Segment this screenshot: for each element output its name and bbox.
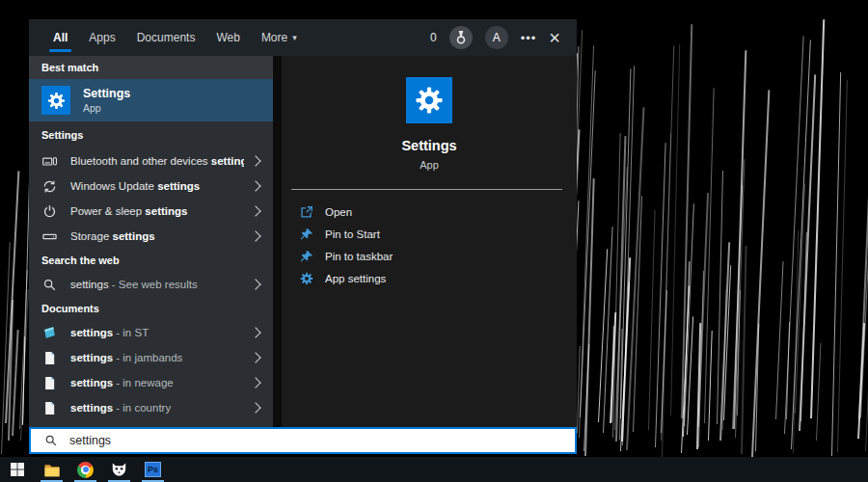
chevron-right-icon — [250, 402, 260, 413]
close-icon[interactable]: × — [549, 28, 560, 47]
action-pin-to-start[interactable]: Pin to Start — [282, 223, 577, 245]
taskbar-app-fox-browser[interactable] — [102, 457, 136, 482]
best-match-subtitle: App — [83, 102, 130, 115]
open-icon — [300, 205, 313, 219]
chevron-right-icon — [250, 279, 260, 289]
file-explorer-icon — [43, 463, 61, 477]
preview-app-subtitle: App — [282, 159, 577, 171]
result-document-st[interactable]: settings - in ST — [29, 320, 273, 345]
windows-logo-icon — [11, 463, 24, 476]
result-document-jambands[interactable]: settings - in jambands — [29, 345, 273, 370]
search-results-area: Best match Settings App Settings Bluetoo… — [29, 56, 577, 427]
result-windows-update-settings[interactable]: Windows Update settings — [29, 174, 273, 199]
document-icon — [41, 375, 57, 390]
chevron-right-icon — [250, 155, 260, 166]
search-icon — [44, 434, 58, 447]
chevron-right-icon — [250, 180, 260, 191]
document-icon — [41, 400, 57, 415]
tab-all[interactable]: All — [42, 19, 78, 56]
settings-section-header: Settings — [29, 121, 273, 148]
rewards-medal-icon[interactable] — [449, 26, 473, 49]
best-match-header: Best match — [29, 56, 273, 79]
tab-more[interactable]: More ▾ — [251, 19, 308, 56]
gear-icon — [300, 272, 313, 285]
tab-documents[interactable]: Documents — [126, 19, 206, 56]
search-icon — [41, 277, 57, 292]
result-web-search[interactable]: settings - See web results — [29, 272, 273, 297]
rewards-count: 0 — [430, 31, 437, 44]
tab-apps[interactable]: Apps — [78, 19, 125, 56]
best-match-title: Settings — [83, 87, 130, 100]
taskbar-app-file-explorer[interactable] — [35, 457, 68, 482]
tab-web[interactable]: Web — [205, 19, 250, 56]
search-tab-bar: All Apps Documents Web More ▾ 0 A ••• × — [29, 19, 577, 56]
action-app-settings[interactable]: App settings — [282, 267, 577, 289]
taskbar-app-photoshop[interactable]: Ps — [136, 457, 170, 482]
result-document-country[interactable]: settings - in country — [29, 395, 273, 420]
photoshop-icon: Ps — [145, 462, 161, 477]
topbar-right-cluster: 0 A ••• × — [430, 26, 577, 49]
web-section-header: Search the web — [29, 249, 273, 272]
fox-browser-icon — [111, 462, 127, 478]
result-storage-settings[interactable]: Storage settings — [29, 224, 273, 249]
more-options-icon[interactable]: ••• — [521, 31, 537, 45]
settings-gear-icon — [41, 86, 70, 115]
taskbar-app-chrome[interactable] — [68, 457, 102, 482]
chevron-right-icon — [250, 205, 260, 216]
preview-panel: Settings App Open Pin to Start Pin to ta… — [282, 56, 577, 427]
update-icon — [41, 178, 57, 194]
storage-icon — [41, 228, 57, 244]
results-list-panel: Best match Settings App Settings Bluetoo… — [29, 56, 273, 427]
pin-icon — [300, 228, 313, 241]
chevron-right-icon — [250, 327, 260, 337]
documents-section-header: Documents — [29, 297, 273, 320]
note-icon — [41, 325, 57, 340]
account-avatar[interactable]: A — [485, 26, 508, 49]
taskbar-search-box — [29, 427, 577, 454]
chevron-right-icon — [250, 377, 260, 388]
result-power-sleep-settings[interactable]: Power & sleep settings — [29, 199, 273, 224]
action-pin-to-taskbar[interactable]: Pin to taskbar — [282, 245, 577, 267]
power-icon — [41, 203, 57, 219]
chevron-down-icon: ▾ — [292, 33, 297, 42]
result-bluetooth-settings[interactable]: Bluetooth and other devices settings — [29, 148, 273, 174]
chrome-icon — [77, 462, 94, 478]
result-document-newage[interactable]: settings - in newage — [29, 370, 273, 395]
settings-gear-icon — [406, 77, 452, 123]
preview-divider — [291, 189, 562, 190]
search-flyout: All Apps Documents Web More ▾ 0 A ••• × … — [29, 19, 577, 454]
taskbar: Ps — [0, 457, 868, 482]
preview-app-title: Settings — [282, 138, 577, 153]
search-input[interactable] — [69, 434, 575, 447]
start-button[interactable] — [0, 457, 35, 482]
pin-icon — [300, 250, 313, 263]
chevron-right-icon — [250, 352, 260, 362]
document-icon — [41, 350, 57, 365]
search-tabs: All Apps Documents Web More ▾ — [29, 19, 308, 56]
chevron-right-icon — [250, 230, 260, 241]
devices-icon — [41, 153, 57, 169]
action-open[interactable]: Open — [282, 201, 577, 223]
best-match-result-settings[interactable]: Settings App — [29, 79, 273, 121]
